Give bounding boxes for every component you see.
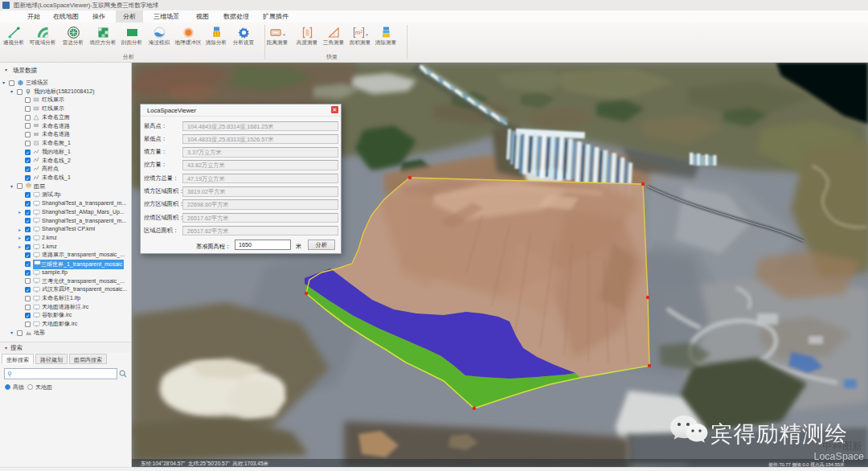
svg-text:中科图新: 中科图新: [822, 440, 862, 452]
svg-text:LocaSpace: LocaSpace: [813, 451, 864, 462]
svg-text:东经:104°28'04.57" 北纬:25°50'20.: 东经:104°28'04.57" 北纬:25°50'20.57" 高程:1703…: [141, 461, 268, 467]
svg-text:m²: m²: [355, 29, 363, 36]
svg-text:俯仰:70.77 侧倾:0.0 视点高:154.55米: 俯仰:70.77 侧倾:0.0 视点高:154.55米: [768, 461, 845, 467]
